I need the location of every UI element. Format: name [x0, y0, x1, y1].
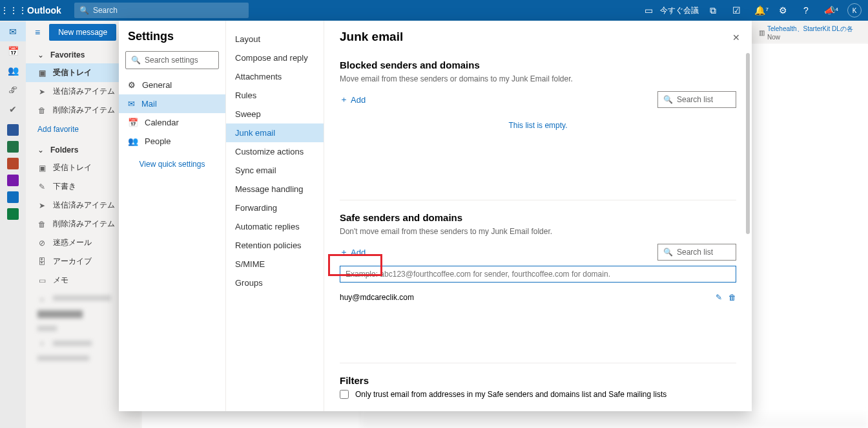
gear-icon: ⚙ [128, 80, 136, 90]
favorites-section[interactable]: Favorites [50, 50, 85, 59]
settings-search[interactable]: 🔍 Search settings [125, 51, 219, 69]
chevron-down-icon[interactable]: ⌄ [37, 50, 44, 59]
rail-bookings-icon[interactable] [7, 208, 19, 220]
settings-cat-calendar[interactable]: 📅Calendar [119, 113, 225, 132]
close-button[interactable]: ✕ [732, 32, 740, 43]
settings-modal: Settings 🔍 Search settings ⚙General ✉Mai… [119, 21, 752, 411]
search-placeholder: Search [93, 6, 118, 15]
teams-icon[interactable]: ⧉ [701, 5, 725, 16]
delete-icon[interactable]: 🗑 [728, 293, 736, 302]
filters-heading: Filters [340, 375, 736, 386]
search-icon: 🔍 [131, 56, 141, 65]
share-badge: 4 [836, 6, 838, 12]
left-rail: ✉ 📅 👥 🖇 ✔ [0, 21, 26, 428]
search-icon: 🔍 [663, 95, 673, 104]
help-icon[interactable]: ? [794, 5, 818, 16]
setting-retention-policies[interactable]: Retention policies [226, 236, 324, 255]
setting-message-handling[interactable]: Message handling [226, 180, 324, 198]
blocked-heading: Blocked senders and domains [340, 59, 736, 70]
safe-heading: Safe senders and domains [340, 212, 736, 223]
blocked-empty-text: This list is empty. [340, 113, 736, 188]
rail-word-icon[interactable] [7, 124, 19, 136]
calendar-icon: 📅 [128, 118, 138, 127]
setting-rules[interactable]: Rules [226, 86, 324, 105]
hamburger-icon[interactable]: ≡ [31, 25, 44, 40]
calendar-small-icon: ▥ [759, 29, 765, 36]
rail-powerpoint-icon[interactable] [7, 158, 19, 169]
rail-yammer-icon[interactable] [7, 191, 19, 203]
plus-icon: ＋ [340, 94, 348, 105]
settings-cat-people[interactable]: 👥People [119, 132, 225, 151]
setting-layout[interactable]: Layout [226, 30, 324, 48]
bell-badge: 7 [766, 6, 769, 12]
safe-search-list[interactable]: 🔍Search list [657, 244, 736, 261]
safe-entry-email: huy@mdcareclik.com [340, 293, 414, 302]
mail-icon: ✉ [128, 99, 135, 109]
settings-cat-mail[interactable]: ✉Mail [119, 94, 225, 113]
panel-title: Junk email [340, 30, 736, 44]
avatar[interactable]: K [847, 3, 862, 17]
meet-now[interactable]: 今すぐ会議 [660, 5, 699, 16]
search-box[interactable]: 🔍 Search [74, 3, 249, 18]
edit-icon[interactable]: ✎ [716, 293, 722, 302]
folders-section[interactable]: Folders [50, 145, 78, 155]
whatsnew-icon[interactable]: 📣4 [818, 5, 841, 16]
safe-description: Don't move email from these senders to m… [340, 227, 736, 236]
rail-calendar-icon[interactable]: 📅 [0, 41, 26, 61]
people-icon: 👥 [128, 136, 138, 146]
setting-forwarding[interactable]: Forwarding [226, 198, 324, 217]
setting-attachments[interactable]: Attachments [226, 67, 324, 86]
plus-icon: ＋ [340, 246, 348, 258]
blocked-add-button[interactable]: ＋Add [340, 94, 366, 105]
scrollbar[interactable] [746, 53, 750, 234]
settings-cat-general[interactable]: ⚙General [119, 76, 225, 94]
setting-smime[interactable]: S/MIME [226, 255, 324, 273]
inbox-icon: ▣ [37, 69, 46, 78]
app-launcher[interactable]: ⋮⋮⋮ [0, 5, 26, 16]
safe-add-button[interactable]: ＋Add [340, 246, 366, 258]
view-quick-settings-link[interactable]: View quick settings [119, 151, 225, 178]
camera-icon[interactable]: ▭ [637, 5, 660, 16]
sent-icon: ➤ [37, 87, 46, 96]
setting-customize-actions[interactable]: Customize actions [226, 142, 324, 161]
settings-title: Settings [119, 30, 225, 51]
reminder-toast[interactable]: ▥ Telehealth、StarterKit DLの各 Now [759, 25, 859, 40]
trust-only-checkbox-row[interactable]: Only trust email from addresses in my Sa… [340, 390, 736, 399]
blocked-search-list[interactable]: 🔍Search list [657, 91, 736, 108]
rail-onenote-icon[interactable] [7, 175, 19, 186]
safe-entry-row: huy@mdcareclik.com ✎ 🗑 [340, 289, 736, 306]
setting-sync-email[interactable]: Sync email [226, 161, 324, 180]
search-icon: 🔍 [79, 6, 89, 15]
trash-icon: 🗑 [37, 106, 46, 115]
chevron-down-icon[interactable]: ⌄ [37, 145, 44, 155]
setting-junk-email[interactable]: Junk email [226, 123, 324, 142]
search-icon: 🔍 [663, 248, 673, 257]
setting-automatic-replies[interactable]: Automatic replies [226, 217, 324, 236]
new-message-button[interactable]: New message [49, 24, 116, 41]
rail-mail-icon[interactable]: ✉ [0, 22, 26, 41]
blocked-description: Move email from these senders or domains… [340, 74, 736, 83]
setting-groups[interactable]: Groups [226, 273, 324, 292]
setting-sweep[interactable]: Sweep [226, 105, 324, 123]
safe-add-input[interactable] [340, 266, 736, 283]
setting-compose-reply[interactable]: Compose and reply [226, 48, 324, 67]
notifications-icon[interactable]: 🔔7 [748, 5, 771, 16]
rail-excel-icon[interactable] [7, 141, 19, 153]
rail-people-icon[interactable]: 👥 [0, 61, 26, 80]
rail-todo-icon[interactable]: ✔ [0, 100, 26, 119]
brand: Outlook [26, 5, 69, 16]
tasks-icon[interactable]: ☑ [725, 5, 748, 16]
settings-icon[interactable]: ⚙ [771, 5, 794, 16]
trust-only-checkbox[interactable] [340, 390, 349, 399]
rail-files-icon[interactable]: 🖇 [0, 80, 26, 100]
